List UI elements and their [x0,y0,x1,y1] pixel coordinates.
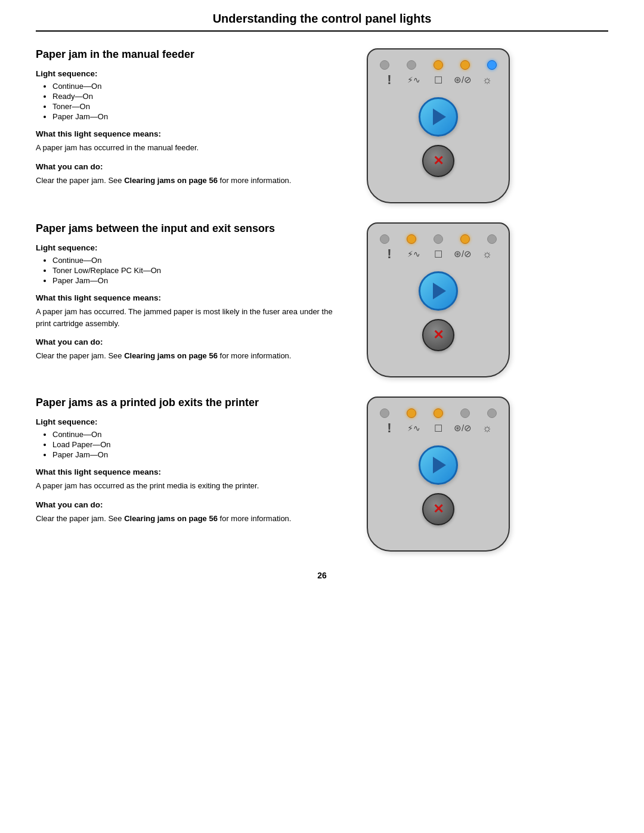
panel-2-cancel-btn: ✕ [422,319,454,351]
sun-icon: ☼ [478,74,497,86]
page-title: Understanding the control panel lights [213,12,432,25]
section-1-panel: ! ⚡︎∿ ☐ ⊛/⊘ ☼ ✕ [358,48,519,203]
section-2-content: Paper jams between the input and exit se… [36,222,346,370]
page-icon-2: ☐ [429,249,448,260]
continue-triangle-icon [433,109,446,125]
light-1-2 [407,60,416,70]
panel-3-outer: ! ⚡︎∿ ☐ ⊛/⊘ ☼ ✕ [367,397,510,552]
list-item: Toner Low/Replace PC Kit—On [52,266,346,275]
continue-triangle-icon-3 [433,457,446,473]
cancel-x-icon-2: ✕ [433,327,444,343]
light-2-1 [380,234,389,244]
section-2-do-link: Clearing jams on page 56 [124,351,218,360]
section-3-heading: Paper jams as a printed job exits the pr… [36,397,346,409]
panel-1-outer: ! ⚡︎∿ ☐ ⊛/⊘ ☼ ✕ [367,48,510,203]
section-3-block: Paper jams as a printed job exits the pr… [36,397,608,552]
panel-2-lights [377,234,499,244]
list-item: Continue—On [52,430,346,439]
list-item: Paper Jam—On [52,276,346,285]
section-2-heading: Paper jams between the input and exit se… [36,222,346,235]
light-3-2 [407,408,416,418]
light-2-4 [460,234,470,244]
section-3-do-label: What you can do: [36,500,346,509]
list-item: Paper Jam—On [52,112,346,121]
section-1-light-seq-label: Light sequence: [36,69,346,78]
light-3-4 [460,408,470,418]
section-2-panel: ! ⚡︎∿ ☐ ⊛/⊘ ☼ ✕ [358,222,519,377]
list-item: Load Paper—On [52,440,346,449]
panel-3-lights [377,408,499,418]
section-3-light-seq-label: Light sequence: [36,417,346,426]
continue-triangle-icon-2 [433,283,446,299]
page-title-section: Understanding the control panel lights [36,12,608,32]
section-3-do-plain: Clear the paper jam. See [36,514,124,523]
page-icon: ☐ [429,75,448,86]
panel-2-continue-btn [419,271,458,311]
section-1-light-seq-list: Continue—On Ready—On Toner—On Paper Jam—… [52,82,346,121]
section-3-do-link: Clearing jams on page 56 [124,514,218,523]
section-2-do-after: for more information. [218,351,292,360]
list-item: Continue—On [52,256,346,265]
cartridge-icon-2: ⊛/⊘ [453,249,472,259]
list-item: Ready—On [52,92,346,101]
page-icon-3: ☐ [429,423,448,434]
cancel-x-icon-3: ✕ [433,501,444,517]
light-3-1 [380,408,389,418]
light-3-3 [434,408,443,418]
light-1-5 [487,60,497,70]
list-item: Continue—On [52,82,346,91]
section-3-panel: ! ⚡︎∿ ☐ ⊛/⊘ ☼ ✕ [358,397,519,552]
panel-3-continue-btn [419,445,458,485]
light-3-5 [487,408,497,418]
section-1-content: Paper jam in the manual feeder Light seq… [36,48,346,194]
section-2-do-text: Clear the paper jam. See Clearing jams o… [36,350,346,362]
section-3-content: Paper jams as a printed job exits the pr… [36,397,346,532]
section-2-means-label: What this light sequence means: [36,293,346,302]
light-2-3 [434,234,443,244]
page-container: Understanding the control panel lights P… [0,0,644,833]
section-1-means-text: A paper jam has occurred in the manual f… [36,142,346,154]
section-2-do-label: What you can do: [36,337,346,346]
cancel-x-icon: ✕ [433,153,444,169]
light-1-3 [434,60,443,70]
cartridge-icon-3: ⊛/⊘ [453,423,472,433]
panel-1-cancel-btn: ✕ [422,145,454,177]
section-1-heading: Paper jam in the manual feeder [36,48,346,61]
panel-1-lights [377,60,499,70]
panel-1-icons: ! ⚡︎∿ ☐ ⊛/⊘ ☼ [377,72,499,88]
page-footer: 26 [36,571,608,580]
cartridge-icon: ⊛/⊘ [453,75,472,85]
section-3-do-text: Clear the paper jam. See Clearing jams o… [36,513,346,525]
section-3-means-label: What this light sequence means: [36,467,346,476]
section-3-do-after: for more information. [218,514,292,523]
section-1-do-link: Clearing jams on page 56 [124,176,218,185]
sun-icon-3: ☼ [478,422,497,435]
section-2-block: Paper jams between the input and exit se… [36,222,608,377]
sun-icon-2: ☼ [478,248,497,261]
light-1-4 [460,60,470,70]
list-item: Toner—On [52,102,346,111]
section-1-do-text: Clear the paper jam. See Clearing jams o… [36,175,346,187]
section-3-means-text: A paper jam has occurred as the print me… [36,480,346,492]
section-2-means-text: A paper jam has occurred. The jammed pap… [36,306,346,329]
panel-2-outer: ! ⚡︎∿ ☐ ⊛/⊘ ☼ ✕ [367,222,510,377]
section-1-do-after: for more information. [218,176,292,185]
light-2-5 [487,234,497,244]
exclaim-icon-2: ! [380,246,399,262]
section-3-light-seq-list: Continue—On Load Paper—On Paper Jam—On [52,430,346,459]
section-2-light-seq-list: Continue—On Toner Low/Replace PC Kit—On … [52,256,346,285]
signal-icon: ⚡︎∿ [404,75,423,85]
signal-icon-2: ⚡︎∿ [404,249,423,259]
section-1-do-plain: Clear the paper jam. See [36,176,124,185]
signal-icon-3: ⚡︎∿ [404,423,423,433]
panel-1-continue-btn [419,97,458,137]
section-2-light-seq-label: Light sequence: [36,243,346,252]
panel-3-cancel-btn: ✕ [422,493,454,525]
panel-3-icons: ! ⚡︎∿ ☐ ⊛/⊘ ☼ [377,420,499,436]
section-1-do-label: What you can do: [36,162,346,171]
section-1-block: Paper jam in the manual feeder Light seq… [36,48,608,203]
exclaim-icon-3: ! [380,420,399,436]
light-2-2 [407,234,416,244]
light-1-1 [380,60,389,70]
exclaim-icon: ! [380,72,399,88]
